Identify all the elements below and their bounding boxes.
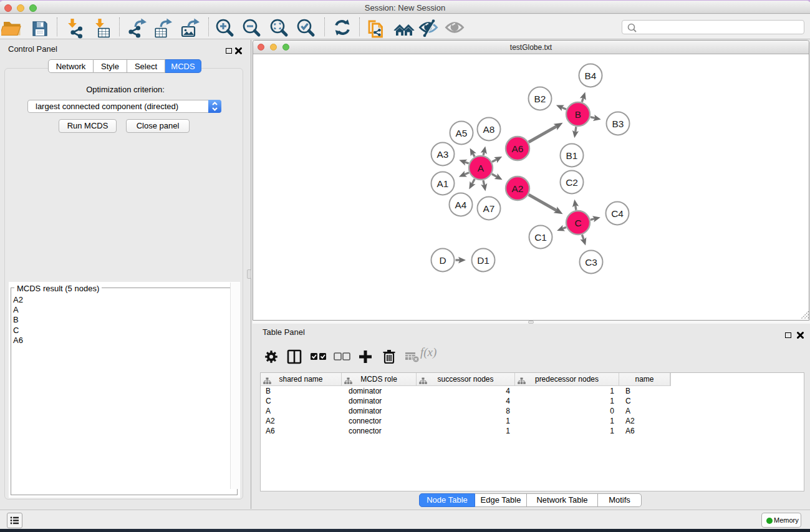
svg-text:A4: A4 [455, 200, 467, 210]
svg-text:D1: D1 [477, 255, 489, 266]
svg-text:A6: A6 [512, 143, 524, 154]
svg-text:A3: A3 [437, 149, 449, 160]
svg-text:B1: B1 [566, 150, 578, 161]
svg-text:B4: B4 [585, 70, 597, 81]
svg-text:C: C [574, 218, 581, 228]
svg-text:C4: C4 [611, 208, 624, 219]
svg-text:B3: B3 [612, 118, 624, 129]
svg-text:D: D [439, 255, 446, 266]
svg-text:A1: A1 [437, 178, 449, 189]
svg-text:C1: C1 [534, 232, 547, 243]
svg-text:A: A [478, 163, 485, 173]
svg-text:A2: A2 [512, 183, 524, 194]
svg-text:B: B [575, 109, 581, 120]
svg-text:C2: C2 [566, 177, 578, 188]
svg-text:A8: A8 [483, 124, 495, 135]
svg-text:C3: C3 [585, 257, 597, 268]
svg-text:A5: A5 [456, 128, 468, 138]
svg-text:A7: A7 [483, 203, 495, 214]
svg-text:B2: B2 [534, 94, 546, 104]
